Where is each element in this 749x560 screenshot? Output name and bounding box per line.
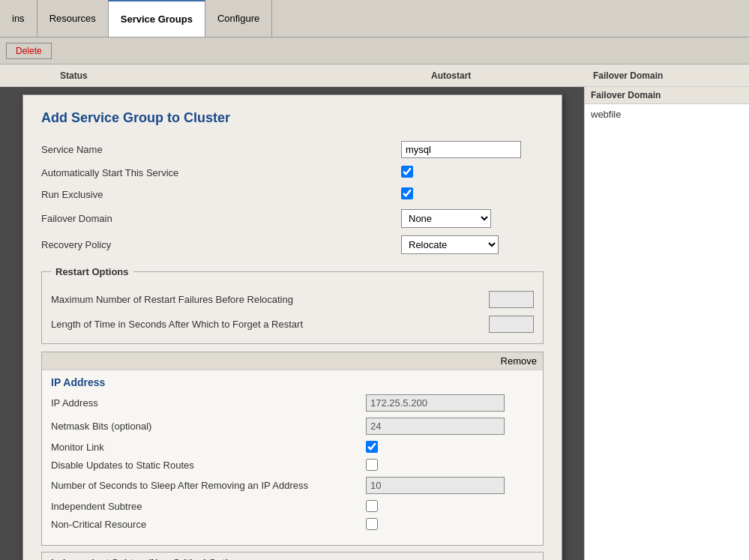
length-time-row: Length of Time in Seconds After Which to… xyxy=(51,316,534,333)
subtree-legend: Independent Subtree/Non-Critical Options xyxy=(42,553,543,560)
ip-address-section: Remove IP Address IP Address Netmask Bit… xyxy=(41,352,544,546)
max-failures-label: Maximum Number of Restart Failures Befor… xyxy=(51,294,489,305)
independent-subtree-checkbox[interactable] xyxy=(366,500,378,512)
length-time-label: Length of Time in Seconds After Which to… xyxy=(51,319,489,330)
tab-service-groups[interactable]: Service Groups xyxy=(108,0,205,37)
netmask-input[interactable] xyxy=(366,418,505,435)
ip-address-row: IP Address xyxy=(51,394,534,412)
independent-subtree-label: Independent Subtree xyxy=(51,501,366,512)
disable-updates-row: Disable Updates to Static Routes xyxy=(51,459,534,471)
ip-section-toolbar: Remove xyxy=(42,352,543,370)
failover-domain-select[interactable]: None xyxy=(401,209,491,228)
toolbar: Delete xyxy=(0,37,749,64)
remove-link[interactable]: Remove xyxy=(501,355,537,367)
add-service-group-dialog: Add Service Group to Cluster Service Nam… xyxy=(22,94,562,560)
col-failover-header: Failover Domain xyxy=(593,70,743,81)
ip-address-label: IP Address xyxy=(51,397,366,409)
length-time-input[interactable] xyxy=(489,316,534,333)
failover-domain-row: Failover Domain None xyxy=(41,209,544,228)
service-name-input[interactable] xyxy=(401,141,521,158)
independent-subtree-row: Independent Subtree xyxy=(51,500,534,512)
run-exclusive-checkbox[interactable] xyxy=(401,187,413,199)
restart-options-legend: Restart Options xyxy=(51,266,133,277)
right-panel-header: Failover Domain xyxy=(585,87,749,104)
top-nav: ins Resources Service Groups Configure xyxy=(0,0,749,37)
col-status-header: Status xyxy=(60,70,88,81)
max-failures-row: Maximum Number of Restart Failures Befor… xyxy=(51,291,534,308)
delete-button[interactable]: Delete xyxy=(6,43,52,59)
netmask-label: Netmask Bits (optional) xyxy=(51,421,366,432)
auto-start-checkbox[interactable] xyxy=(401,166,413,178)
recovery-policy-row: Recovery Policy Relocate xyxy=(41,235,544,254)
disable-updates-label: Disable Updates to Static Routes xyxy=(51,460,366,471)
sleep-seconds-row: Number of Seconds to Sleep After Removin… xyxy=(51,477,534,494)
run-exclusive-label: Run Exclusive xyxy=(41,189,401,200)
recovery-policy-select[interactable]: Relocate xyxy=(401,235,499,254)
non-critical-label: Non-Critical Resource xyxy=(51,519,366,530)
sleep-seconds-label: Number of Seconds to Sleep After Removin… xyxy=(51,480,366,491)
run-exclusive-row: Run Exclusive xyxy=(41,187,544,202)
monitor-link-checkbox[interactable] xyxy=(366,441,378,453)
failover-domain-label: Failover Domain xyxy=(41,213,401,224)
sleep-seconds-input[interactable] xyxy=(366,477,505,494)
subtree-section: Independent Subtree/Non-Critical Options xyxy=(41,552,544,560)
service-name-label: Service Name xyxy=(41,144,401,155)
monitor-link-row: Monitor Link xyxy=(51,441,534,453)
non-critical-row: Non-Critical Resource xyxy=(51,518,534,530)
monitor-link-label: Monitor Link xyxy=(51,442,366,453)
ip-form-area: IP Address Netmask Bits (optional) Monit… xyxy=(42,391,543,545)
main-content: Failover Domain webfile Add Service Grou… xyxy=(0,87,749,560)
right-panel: Failover Domain webfile xyxy=(584,87,749,560)
right-panel-value: webfile xyxy=(585,104,749,124)
recovery-policy-label: Recovery Policy xyxy=(41,239,401,250)
auto-start-row: Automatically Start This Service xyxy=(41,166,544,180)
non-critical-checkbox[interactable] xyxy=(366,518,378,530)
dialog-title: Add Service Group to Cluster xyxy=(41,110,544,126)
tab-configure[interactable]: Configure xyxy=(205,0,272,37)
service-name-row: Service Name xyxy=(41,141,544,158)
tab-ins[interactable]: ins xyxy=(0,0,37,37)
restart-options-fieldset: Restart Options Maximum Number of Restar… xyxy=(41,266,544,344)
disable-updates-checkbox[interactable] xyxy=(366,459,378,471)
auto-start-label: Automatically Start This Service xyxy=(41,167,401,178)
tab-resources[interactable]: Resources xyxy=(37,0,109,37)
ip-address-input[interactable] xyxy=(366,394,505,412)
max-failures-input[interactable] xyxy=(489,291,534,308)
netmask-row: Netmask Bits (optional) xyxy=(51,418,534,435)
col-autostart-header: Autostart xyxy=(431,70,471,81)
ip-section-title: IP Address xyxy=(42,370,543,391)
